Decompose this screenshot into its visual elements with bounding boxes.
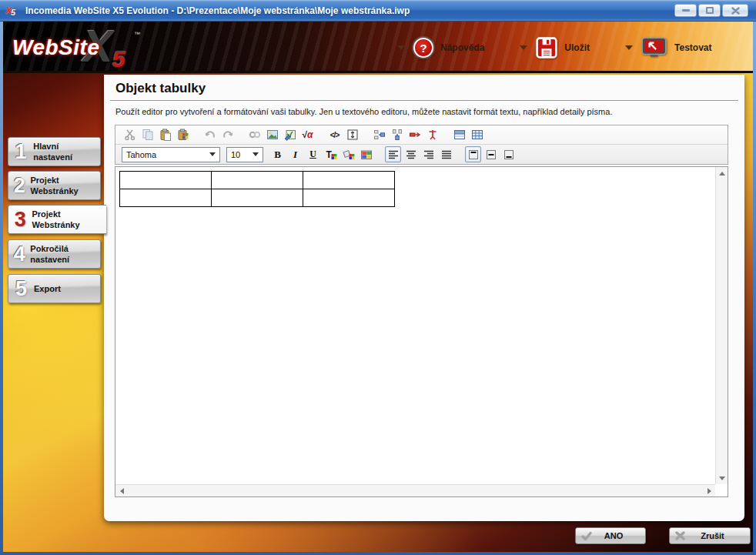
split-cells-button[interactable] <box>424 127 440 143</box>
text-color-icon: T <box>325 149 337 161</box>
page-description: Použít editor pro vytvoření a formátován… <box>115 107 733 116</box>
sidebar-step-1[interactable]: 1Hlavní nastavení <box>8 137 101 166</box>
formula-button[interactable]: √α <box>299 127 316 143</box>
font-family-select[interactable]: Tahoma <box>122 147 220 162</box>
vertical-scrollbar[interactable] <box>715 167 728 484</box>
table-cell[interactable] <box>303 172 395 189</box>
align-left-button[interactable] <box>385 146 401 162</box>
app-content: X WebSite 5 ™ ?NápovědaUložitTestovat 1H… <box>3 22 753 552</box>
object-size-button[interactable] <box>344 127 360 143</box>
sidebar-step-3[interactable]: 3Projekt Webstránky <box>8 205 106 234</box>
valign-top-button[interactable] <box>465 146 481 162</box>
step-number: 2 <box>8 176 30 196</box>
minimize-button[interactable] <box>674 4 697 17</box>
paste-button[interactable] <box>157 127 173 143</box>
insert-column-button[interactable] <box>389 127 405 143</box>
redo-button[interactable] <box>219 127 236 143</box>
step-label: Pokročilá nastavení <box>30 243 100 266</box>
svg-text:T: T <box>326 149 332 160</box>
step-number: 4 <box>8 244 30 265</box>
maximize-button[interactable] <box>698 4 721 17</box>
fill-color-button[interactable] <box>340 146 356 162</box>
table-cell[interactable] <box>120 189 212 207</box>
arrow-up-icon <box>719 172 725 176</box>
italic-button[interactable]: I <box>287 146 303 162</box>
align-center-button[interactable] <box>403 146 419 162</box>
cell-properties-button[interactable] <box>469 127 485 143</box>
sidebar-step-5[interactable]: 5Export <box>8 274 101 303</box>
align-justify-icon <box>440 149 453 161</box>
link-button[interactable] <box>246 127 263 143</box>
undo-icon <box>204 129 216 141</box>
image-icon <box>266 129 279 141</box>
image-edit-icon <box>284 129 296 141</box>
image-button[interactable] <box>264 127 280 143</box>
sidebar-step-2[interactable]: 2Projekt Webstránky <box>8 171 101 200</box>
fill-color-icon <box>343 149 355 161</box>
dropdown-arrow-icon[interactable] <box>397 45 405 50</box>
paste-icon <box>159 129 172 141</box>
underline-button[interactable]: U <box>305 146 321 162</box>
cut-icon <box>124 129 136 141</box>
dropdown-arrow-icon[interactable] <box>520 45 527 50</box>
toolbar-separator <box>317 127 326 142</box>
ok-button[interactable]: ANO <box>575 527 646 544</box>
content-table <box>119 171 395 207</box>
toolbar-row-1: √α</> <box>115 125 728 145</box>
scroll-right-button[interactable] <box>703 485 715 497</box>
table-cell[interactable] <box>303 189 395 207</box>
close-button[interactable] <box>722 4 748 17</box>
scroll-up-button[interactable] <box>716 167 728 179</box>
valign-middle-button[interactable] <box>483 146 499 162</box>
font-size-select[interactable]: 10 <box>226 147 263 162</box>
valign-bottom-button[interactable] <box>500 146 517 162</box>
italic-icon: I <box>293 149 297 161</box>
split-cells-icon <box>427 129 439 141</box>
arrow-left-icon <box>120 488 124 494</box>
paste-special-button[interactable] <box>175 127 191 143</box>
step-label: Hlavní nastavení <box>33 141 100 163</box>
table-cell[interactable] <box>212 172 303 189</box>
scroll-down-button[interactable] <box>716 472 728 484</box>
help-nav-button[interactable]: ?Nápověda <box>397 38 484 58</box>
minimize-icon <box>682 9 690 12</box>
step-label: Projekt Webstránky <box>32 209 106 231</box>
titlebar: X5 Incomedia WebSite X5 Evolution - D:\P… <box>0 0 756 22</box>
insert-row-button[interactable] <box>371 127 387 143</box>
test-icon <box>641 37 667 59</box>
merge-cells-button[interactable] <box>406 127 423 143</box>
cell-style-icon <box>360 149 373 161</box>
align-right-button[interactable] <box>420 146 437 162</box>
nav-label: Uložit <box>564 42 590 53</box>
html-code-button[interactable]: </> <box>326 127 343 143</box>
align-right-icon <box>423 149 435 161</box>
link-icon <box>249 129 261 141</box>
test-nav-button[interactable]: Testovat <box>625 37 711 59</box>
dropdown-arrow-icon[interactable] <box>625 45 633 50</box>
save-nav-button[interactable]: Uložit <box>520 37 590 59</box>
table-cell[interactable] <box>212 189 303 207</box>
text-color-button[interactable]: T <box>323 146 339 162</box>
scroll-left-button[interactable] <box>115 485 128 497</box>
table-cell[interactable] <box>120 172 212 189</box>
main-panel: Objekt tabulky Použít editor pro vytvoře… <box>104 75 744 521</box>
redo-icon <box>222 129 234 141</box>
toolbar-row-2: Tahoma 10 BIUT <box>115 145 728 164</box>
insert-row-icon <box>373 129 386 141</box>
undo-button[interactable] <box>202 127 218 143</box>
cancel-button[interactable]: Zrušit <box>669 527 751 544</box>
arrow-right-icon <box>707 488 711 494</box>
sidebar-step-4[interactable]: 4Pokročilá nastavení <box>8 239 101 269</box>
horizontal-scrollbar[interactable] <box>115 484 715 496</box>
bold-button[interactable]: B <box>269 146 286 162</box>
align-justify-button[interactable] <box>438 146 454 162</box>
copy-button[interactable] <box>139 127 156 143</box>
table-editor-area[interactable] <box>115 166 728 497</box>
table-properties-button[interactable] <box>451 127 467 143</box>
cut-button[interactable] <box>122 127 138 143</box>
toolbar-separator <box>442 127 451 142</box>
cell-style-button[interactable] <box>358 146 374 162</box>
image-edit-button[interactable] <box>282 127 298 143</box>
arrow-down-icon <box>719 476 725 480</box>
chevron-down-icon <box>253 152 259 156</box>
